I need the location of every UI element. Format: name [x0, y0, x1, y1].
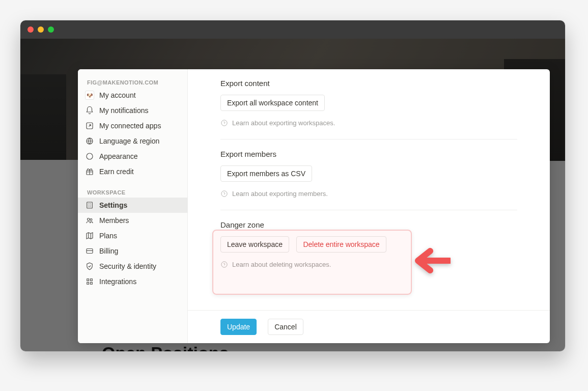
globe-icon — [85, 136, 94, 146]
section-title: Export members — [220, 150, 517, 158]
sidebar-item-members[interactable]: Members — [78, 213, 187, 228]
help-icon — [220, 261, 228, 268]
sidebar-item-label: Earn credit — [99, 167, 134, 176]
svg-point-5 — [88, 218, 90, 221]
export-members-helper[interactable]: Learn about exporting members. — [220, 190, 517, 198]
svg-rect-8 — [87, 279, 89, 281]
sidebar-account-header: FIG@MAKENOTION.COM — [78, 76, 187, 88]
sidebar-item-label: My connected apps — [99, 122, 161, 130]
section-export-content: Export content Export all workspace cont… — [220, 69, 517, 139]
app-window: Open Positions Engineering FIG@MAKENOTIO… — [20, 20, 565, 351]
sidebar-item-label: Security & identity — [99, 262, 156, 270]
export-content-helper[interactable]: Learn about exporting workspaces. — [220, 119, 517, 127]
help-icon — [220, 119, 228, 127]
sidebar-item-security[interactable]: Security & identity — [78, 259, 187, 274]
shield-icon — [85, 262, 94, 271]
export-members-button[interactable]: Export members as CSV — [220, 165, 312, 182]
building-icon — [85, 201, 94, 210]
window-titlebar — [20, 20, 565, 39]
moon-icon — [85, 152, 94, 161]
sidebar-item-notifications[interactable]: My notifications — [78, 103, 187, 118]
people-icon — [85, 216, 94, 225]
settings-footer: Update Cancel — [188, 310, 550, 343]
section-export-members: Export members Export members as CSV Lea… — [220, 139, 517, 210]
sidebar-item-label: Language & region — [99, 137, 159, 145]
sidebar-item-label: Settings — [99, 201, 127, 209]
section-danger-zone: Danger zone Leave workspace Delete entir… — [220, 210, 517, 281]
section-title: Danger zone — [220, 220, 517, 229]
credit-card-icon — [85, 246, 94, 256]
svg-rect-10 — [87, 283, 89, 285]
sidebar-item-label: My notifications — [99, 106, 148, 115]
settings-sidebar: FIG@MAKENOTION.COM 🐶 My account My notif… — [78, 69, 188, 343]
window-minimize-button[interactable] — [38, 26, 44, 33]
svg-rect-7 — [87, 249, 93, 254]
sidebar-item-label: Billing — [99, 247, 118, 255]
sidebar-workspace-header: WORKSPACE — [78, 186, 187, 198]
export-content-button[interactable]: Export all workspace content — [220, 95, 325, 111]
sidebar-item-label: Appearance — [99, 152, 138, 160]
settings-content: Export content Export all workspace cont… — [188, 69, 550, 343]
svg-point-2 — [87, 153, 93, 159]
gift-icon — [85, 167, 94, 176]
sidebar-item-label: Integrations — [99, 277, 136, 286]
sidebar-item-integrations[interactable]: Integrations — [78, 274, 187, 289]
help-icon — [220, 190, 228, 198]
sidebar-item-settings[interactable]: Settings — [78, 198, 187, 213]
danger-helper[interactable]: Learn about deleting workspaces. — [220, 261, 517, 268]
bell-icon — [85, 106, 94, 115]
sidebar-item-appearance[interactable]: Appearance — [78, 149, 187, 164]
sidebar-item-my-account[interactable]: 🐶 My account — [78, 88, 187, 103]
window-close-button[interactable] — [27, 26, 34, 33]
delete-workspace-button[interactable]: Delete entire workspace — [296, 236, 386, 253]
helper-text: Learn about exporting members. — [232, 190, 328, 198]
map-icon — [85, 231, 94, 240]
sidebar-item-connected-apps[interactable]: My connected apps — [78, 118, 187, 133]
svg-point-6 — [90, 219, 92, 221]
leave-workspace-button[interactable]: Leave workspace — [220, 236, 289, 253]
sidebar-item-plans[interactable]: Plans — [78, 228, 187, 243]
sidebar-item-earn-credit[interactable]: Earn credit — [78, 164, 187, 179]
settings-modal: FIG@MAKENOTION.COM 🐶 My account My notif… — [78, 69, 550, 343]
sidebar-item-label: Plans — [99, 232, 117, 240]
sidebar-item-billing[interactable]: Billing — [78, 243, 187, 259]
window-zoom-button[interactable] — [48, 26, 54, 33]
external-link-icon — [85, 121, 94, 130]
grid-icon — [85, 277, 94, 286]
sidebar-item-label: My account — [99, 91, 136, 99]
sidebar-item-language[interactable]: Language & region — [78, 133, 187, 149]
svg-rect-11 — [91, 283, 93, 285]
svg-rect-9 — [91, 279, 93, 281]
helper-text: Learn about deleting workspaces. — [232, 261, 331, 268]
helper-text: Learn about exporting workspaces. — [232, 119, 335, 127]
avatar-icon: 🐶 — [85, 91, 94, 100]
sidebar-item-label: Members — [99, 216, 129, 225]
update-button[interactable]: Update — [220, 319, 257, 335]
svg-rect-4 — [87, 202, 93, 208]
cancel-button[interactable]: Cancel — [268, 319, 303, 335]
section-title: Export content — [220, 79, 517, 88]
